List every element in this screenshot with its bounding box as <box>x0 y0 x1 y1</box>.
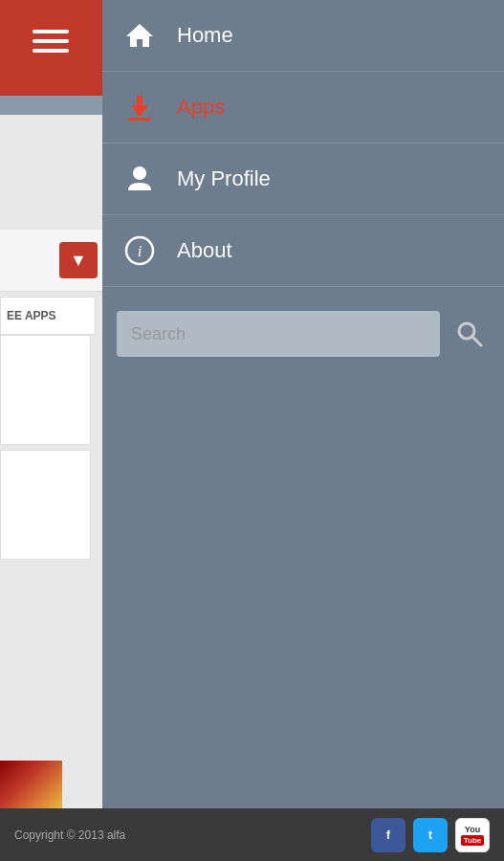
svg-point-4 <box>133 166 146 180</box>
ee-apps-label: EE APPS <box>0 297 96 335</box>
facebook-icon[interactable]: f <box>371 818 405 852</box>
footer: Copyright © 2013 alfa f t You Tube <box>0 808 504 861</box>
nav-item-home[interactable]: Home <box>102 0 504 72</box>
chevron-down-icon: ▼ <box>70 251 87 271</box>
nav-label-profile: My Profile <box>177 166 271 191</box>
youtube-icon[interactable]: You Tube <box>455 818 490 852</box>
hamburger-line-3 <box>33 49 69 53</box>
search-button[interactable] <box>449 314 490 354</box>
nav-panel: Home Apps My Profile i <box>102 0 504 813</box>
nav-item-about[interactable]: i About <box>102 215 504 287</box>
hamburger-line-1 <box>33 30 69 33</box>
profile-icon <box>121 161 158 197</box>
copyright-text: Copyright © 2013 alfa <box>14 828 125 842</box>
apps-icon <box>121 89 158 125</box>
header-bar <box>0 0 102 96</box>
about-icon: i <box>121 232 158 269</box>
app-item-1 <box>0 335 91 445</box>
social-links: f t You Tube <box>371 818 490 852</box>
nav-label-apps: Apps <box>177 95 225 120</box>
youtube-you-text: You <box>465 825 480 834</box>
search-container <box>117 311 490 357</box>
dropdown-row: ▼ <box>0 230 102 292</box>
hamburger-line-2 <box>33 39 69 43</box>
app-item-2 <box>0 450 91 560</box>
nav-item-apps[interactable]: Apps <box>102 72 504 144</box>
gray-strip <box>0 96 102 115</box>
search-input[interactable] <box>117 311 440 357</box>
youtube-tube-text: Tube <box>461 835 485 846</box>
svg-marker-2 <box>131 105 148 117</box>
nav-label-home: Home <box>177 23 233 48</box>
svg-text:i: i <box>138 242 142 260</box>
home-icon <box>121 17 158 54</box>
left-panel: ▼ EE APPS <box>0 115 102 861</box>
dropdown-button[interactable]: ▼ <box>59 242 98 278</box>
svg-rect-3 <box>128 118 151 121</box>
svg-line-8 <box>472 337 481 345</box>
brand-logo <box>0 761 62 813</box>
hamburger-menu-button[interactable] <box>14 17 86 65</box>
twitter-icon[interactable]: t <box>413 818 448 852</box>
nav-label-about: About <box>177 238 232 263</box>
nav-item-profile[interactable]: My Profile <box>102 144 504 215</box>
svg-marker-0 <box>126 24 153 47</box>
